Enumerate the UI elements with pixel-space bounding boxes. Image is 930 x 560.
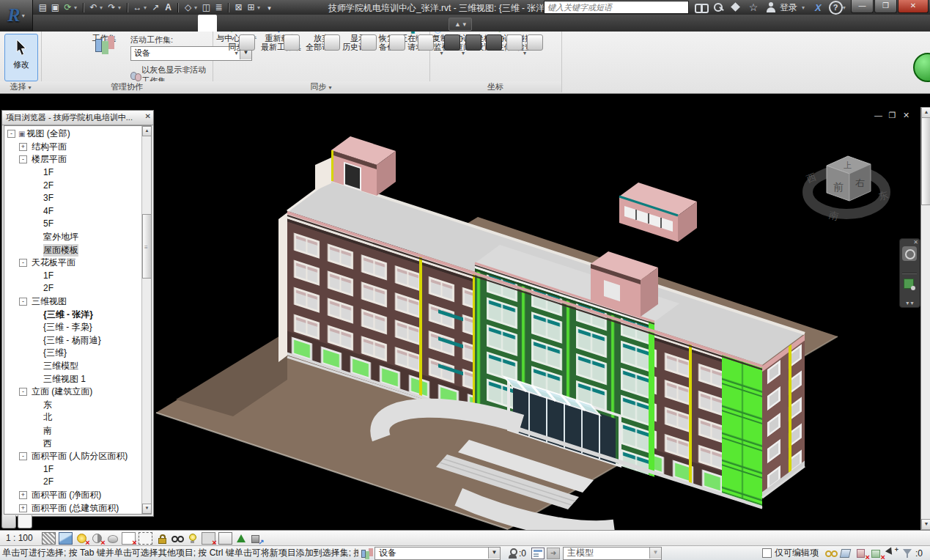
ribbon-button[interactable]: 恢复 备份 xyxy=(377,32,397,81)
tree-item[interactable]: 室外地坪 xyxy=(4,231,142,244)
tree-toggle-icon[interactable]: - xyxy=(19,259,27,267)
editable-only-checkbox[interactable] xyxy=(762,548,772,558)
tree-toggle-icon[interactable]: + xyxy=(19,143,27,151)
tree-toggle-icon[interactable]: + xyxy=(19,504,27,512)
tree-item[interactable]: - 面积平面 (人防分区面积) xyxy=(4,450,142,463)
crop-view-off-icon[interactable] xyxy=(122,532,136,545)
zoom-icon[interactable] xyxy=(904,279,914,289)
tree-item[interactable]: 西 xyxy=(4,437,142,450)
qat-customize-icon[interactable] xyxy=(263,1,276,13)
temporary-hide-isolate-icon[interactable] xyxy=(171,533,183,544)
shadows-off-icon[interactable] xyxy=(91,533,103,544)
tree-item[interactable]: - 楼层平面 xyxy=(4,153,142,166)
drag-on-selection-toggle-icon[interactable] xyxy=(886,548,898,559)
undo-icon[interactable] xyxy=(87,1,100,13)
tree-toggle-icon[interactable]: - xyxy=(7,130,15,138)
redo-icon[interactable] xyxy=(106,1,118,13)
ribbon-tab[interactable] xyxy=(179,15,198,32)
tree-item[interactable]: {三维 - 张洋} xyxy=(4,308,142,321)
reveal-hidden-elements-icon[interactable] xyxy=(186,533,199,544)
analytical-model-icon[interactable] xyxy=(235,533,248,544)
chevron-down-icon[interactable]: ▼ xyxy=(649,548,661,559)
scroll-up-icon[interactable]: ▲ xyxy=(921,107,930,118)
ribbon-button[interactable]: 重新载入 最新工作集 xyxy=(259,32,303,81)
tree-scrollbar[interactable]: ▲ ≡ ▼ xyxy=(141,126,151,514)
visual-style-icon[interactable] xyxy=(59,532,73,545)
tree-toggle-icon[interactable]: - xyxy=(19,298,27,306)
communication-center-icon[interactable] xyxy=(730,1,742,13)
tree-item[interactable]: 1F xyxy=(4,270,142,283)
restore-button[interactable]: ❐ xyxy=(874,0,897,13)
chevron-down-icon[interactable]: ▼ xyxy=(488,548,500,559)
aligned-dimension-icon[interactable] xyxy=(150,1,162,13)
project-browser-title[interactable]: 项目浏览器 - 技师学院机电培训中... ✕ xyxy=(2,111,153,125)
modify-button[interactable]: 修改 xyxy=(4,34,38,81)
signin-user-icon[interactable] xyxy=(765,1,777,13)
navigation-bar[interactable]: ✕ ▾ ▾ xyxy=(899,238,920,308)
sun-path-off-icon[interactable] xyxy=(75,533,88,544)
tree-toggle-icon[interactable]: - xyxy=(19,155,27,163)
sync-with-central-icon[interactable] xyxy=(62,1,74,13)
view-close-button[interactable]: ✕ xyxy=(901,111,912,120)
tree-item[interactable]: 1F xyxy=(4,463,142,476)
scrollbar-thumb[interactable]: ≡ xyxy=(142,214,152,279)
tree-item[interactable]: {三维 - 杨雨迪} xyxy=(4,334,142,347)
ribbon-collapse-icon[interactable]: ▲ ▾ xyxy=(449,18,472,31)
close-icon[interactable]: ✕ xyxy=(145,112,151,120)
filter-icon[interactable] xyxy=(901,548,914,559)
ribbon-tab[interactable] xyxy=(236,15,255,32)
measure-icon[interactable] xyxy=(131,1,144,13)
tree-item[interactable]: {三维} xyxy=(4,347,142,360)
ribbon-button[interactable]: 与中心文件 同步 xyxy=(214,32,259,81)
tree-item[interactable]: 2F xyxy=(4,282,142,295)
scroll-up-icon[interactable]: ▲ xyxy=(142,126,152,136)
worksets-button[interactable]: 工作集 xyxy=(85,33,123,80)
tree-item[interactable]: 三维模型 xyxy=(4,360,142,373)
active-workset-status-dropdown[interactable]: 设备 ▼ xyxy=(374,547,501,560)
navbar-caret-icon[interactable]: ▾ ▾ xyxy=(900,300,920,306)
tree-item[interactable]: 3F xyxy=(4,192,142,205)
tree-item[interactable]: 2F xyxy=(4,179,142,192)
select-underlay-toggle-icon[interactable] xyxy=(840,548,852,559)
tree-item[interactable]: - 三维视图 xyxy=(4,295,142,309)
tree-item[interactable]: 屋面楼板 xyxy=(4,243,142,257)
ribbon-tab[interactable] xyxy=(255,15,274,32)
close-button[interactable]: ✕ xyxy=(898,0,929,13)
design-option-dropdown[interactable]: 主模型 ▼ xyxy=(563,547,662,560)
ribbon-button[interactable]: 复制/ 监视 xyxy=(430,32,453,81)
search-input[interactable] xyxy=(544,1,689,14)
tree-item[interactable]: 2F xyxy=(4,476,142,489)
text-icon[interactable] xyxy=(162,1,174,13)
show-crop-region-icon[interactable] xyxy=(139,532,152,545)
tree-item[interactable]: {三维 - 李枭} xyxy=(4,321,142,334)
help-icon[interactable]: ? xyxy=(829,1,843,15)
view-vertical-scrollbar[interactable]: ▲ ▼ xyxy=(920,107,930,530)
tree-item[interactable]: - 立面 (建筑立面) xyxy=(4,386,142,399)
view-restore-button[interactable]: ❐ xyxy=(887,111,898,120)
subscription-key-icon[interactable] xyxy=(712,1,724,13)
tree-item[interactable]: 1F xyxy=(4,166,142,180)
signin-button[interactable]: 登录 xyxy=(780,1,797,14)
tree-item[interactable]: 4F xyxy=(4,205,142,218)
scroll-down-icon[interactable]: ▼ xyxy=(142,504,152,514)
switch-windows-icon[interactable] xyxy=(245,1,257,13)
tree-item[interactable]: + 面积平面 (总建筑面积) xyxy=(4,501,142,514)
section-icon[interactable] xyxy=(200,1,213,13)
dock-tab[interactable] xyxy=(1,515,16,528)
scroll-down-icon[interactable]: ▼ xyxy=(921,519,930,530)
dock-tab[interactable] xyxy=(18,515,32,528)
editing-requests-icon[interactable] xyxy=(508,548,517,559)
displacement-sets-icon[interactable] xyxy=(251,533,263,544)
ribbon-button[interactable]: 显示 历史记录 xyxy=(340,32,377,81)
ribbon-tab[interactable] xyxy=(103,15,122,32)
tree-item[interactable]: 北 xyxy=(4,411,142,424)
viewcube[interactable]: 西 南 东 上 前 右 xyxy=(802,145,894,232)
select-pinned-toggle-icon[interactable] xyxy=(855,548,868,559)
close-hidden-windows-icon[interactable] xyxy=(232,1,245,13)
navbar-close-icon[interactable]: ✕ xyxy=(913,239,918,246)
panel-label-synchronize[interactable]: 同步 ▾ xyxy=(213,81,429,92)
search-icon[interactable] xyxy=(695,1,706,13)
ribbon-tab[interactable] xyxy=(160,15,179,32)
ribbon-tab[interactable] xyxy=(274,15,293,32)
tree-item[interactable]: 5F xyxy=(4,218,142,231)
